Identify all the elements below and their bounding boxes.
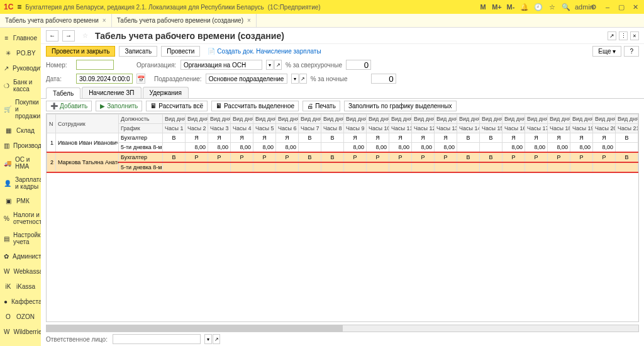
maximize-icon[interactable]: ▢ xyxy=(616,3,626,11)
col-day-type[interactable]: Вид дня 11 xyxy=(389,114,412,124)
col-day-type[interactable]: Вид дня 9 xyxy=(344,114,367,124)
sidebar-item[interactable]: ▤Настройки учета xyxy=(0,228,41,248)
col-hours[interactable]: Часы 8 xyxy=(321,124,344,133)
fill-by-schedule-button[interactable]: Заполнить по графику выделенных xyxy=(344,101,457,111)
dropdown-icon[interactable]: ▾ xyxy=(204,334,212,344)
responsible-select[interactable] xyxy=(113,334,201,344)
recalc-all-button[interactable]: 🖩 Рассчитать всё xyxy=(146,101,208,111)
sidebar-item[interactable]: ▦Склад xyxy=(0,123,41,138)
sidebar-item[interactable]: ≡Главное xyxy=(0,30,41,45)
col-day-type[interactable]: Вид дня 18 xyxy=(548,114,570,124)
col-hours[interactable]: Часы 10 xyxy=(367,124,389,133)
save-button[interactable]: Записать xyxy=(119,46,157,57)
table-row[interactable]: 1Иванов Иван ИвановичБухгалтерВЯЯЯЯЯВВЯЯ… xyxy=(47,133,638,143)
sidebar-item[interactable]: ●Каффеста xyxy=(0,294,41,309)
col-hours[interactable]: Часы 13 xyxy=(435,124,457,133)
sidebar-item[interactable]: ❍Банк и касса xyxy=(0,75,41,96)
col-hours[interactable]: Часы 3 xyxy=(208,124,231,133)
col-day-type[interactable]: Вид дня 13 xyxy=(435,114,457,124)
col-schedule[interactable]: График xyxy=(119,124,163,133)
timesheet-grid[interactable]: NСотрудникДолжностьВид дня 1Вид дня 2Вид… xyxy=(46,113,639,322)
close-panel-icon[interactable]: × xyxy=(630,31,639,40)
col-hours[interactable]: Часы 6 xyxy=(276,124,299,133)
col-day-type[interactable]: Вид дня 3 xyxy=(208,114,231,124)
sidebar-item[interactable]: 🛒Покупки и продажи xyxy=(0,96,41,123)
post-button[interactable]: Провести xyxy=(161,46,200,57)
col-day-type[interactable]: Вид дня 16 xyxy=(502,114,525,124)
col-hours[interactable]: Часы 1 xyxy=(163,124,186,133)
open-ref-icon[interactable]: ↗ xyxy=(299,74,307,84)
open-ref-icon[interactable]: ↗ xyxy=(213,334,220,344)
print-button[interactable]: 🖨 Печать xyxy=(303,101,340,111)
col-hours[interactable]: Часы 9 xyxy=(344,124,367,133)
night-input[interactable] xyxy=(371,74,396,84)
settings-icon[interactable]: ⚙ xyxy=(589,3,599,11)
sidebar-item[interactable]: 👤Зарплата и кадры xyxy=(0,173,41,193)
sidebar-item[interactable]: ✿Администрирование xyxy=(0,248,41,264)
col-day-type[interactable]: Вид дня 4 xyxy=(231,114,253,124)
horizontal-scrollbar[interactable] xyxy=(46,325,639,332)
minimize-icon[interactable]: – xyxy=(602,3,613,11)
calendar-icon[interactable]: 📅 xyxy=(136,74,145,84)
table-row[interactable]: 5-ти дневка 8-ми часо...8,008,008,008,00… xyxy=(47,143,638,153)
tab-close-icon[interactable]: × xyxy=(247,17,251,24)
memory-m-button[interactable]: M xyxy=(478,3,488,11)
org-select[interactable]: Организация на ОСН xyxy=(180,60,262,70)
col-hours[interactable]: Часы 20 xyxy=(593,124,616,133)
date-input[interactable] xyxy=(76,74,133,84)
post-and-close-button[interactable]: Провести и закрыть xyxy=(46,46,115,57)
sidebar-item[interactable]: WWildberries xyxy=(0,324,41,339)
col-hours[interactable]: Часы 21 xyxy=(616,124,638,133)
col-day-type[interactable]: Вид дня 20 xyxy=(593,114,616,124)
col-day-type[interactable]: Вид дня 7 xyxy=(299,114,321,124)
sidebar-item[interactable]: OOZON xyxy=(0,309,41,324)
favorite-icon[interactable]: ☆ xyxy=(79,30,91,42)
table-row[interactable]: 2Маркова Татьяна АнатольевнаБухгалтерВРР… xyxy=(47,152,638,162)
add-row-button[interactable]: ➕ Добавить xyxy=(46,101,92,111)
col-hours[interactable]: Часы 15 xyxy=(480,124,502,133)
more-button[interactable]: Еще ▾ xyxy=(592,46,621,57)
col-hours[interactable]: Часы 18 xyxy=(548,124,570,133)
col-hours[interactable]: Часы 16 xyxy=(502,124,525,133)
memory-mminus-button[interactable]: M- xyxy=(506,3,516,11)
tab-close-icon[interactable]: × xyxy=(103,17,106,24)
col-n[interactable]: N xyxy=(47,114,56,133)
col-day-type[interactable]: Вид дня 1 xyxy=(163,114,186,124)
sidebar-item[interactable]: ▣РМК xyxy=(0,193,41,208)
col-day-type[interactable]: Вид дня 2 xyxy=(186,114,208,124)
col-day-type[interactable]: Вид дня 8 xyxy=(321,114,344,124)
options-icon[interactable]: ⋮ xyxy=(619,31,628,40)
number-input[interactable] xyxy=(76,60,114,70)
open-ref-icon[interactable]: ↗ xyxy=(274,60,282,70)
sidebar-item[interactable]: %Налоги и отчетность xyxy=(0,208,41,228)
col-day-type[interactable]: Вид дня 10 xyxy=(367,114,389,124)
recalc-selected-button[interactable]: 🖩 Рассчитать выделенное xyxy=(211,101,299,111)
user-label[interactable]: admin xyxy=(575,3,585,11)
col-hours[interactable]: Часы 11 xyxy=(389,124,412,133)
col-hours[interactable]: Часы 7 xyxy=(299,124,321,133)
sidebar-item[interactable]: 🚚ОС и НМА xyxy=(0,153,41,173)
sidebar-item[interactable]: iKiKassa xyxy=(0,279,41,294)
table-row[interactable]: 5-ти дневка 8-ми часо... xyxy=(47,162,638,172)
nav-back-button[interactable]: ← xyxy=(46,30,58,42)
col-day-type[interactable]: Вид дня 19 xyxy=(570,114,593,124)
col-day-type[interactable]: Вид дня 15 xyxy=(480,114,502,124)
open-tab[interactable]: Табель учета рабочего времени (создание)… xyxy=(112,14,257,27)
dropdown-icon[interactable]: ▾ xyxy=(291,74,299,84)
col-day-type[interactable]: Вид дня 6 xyxy=(276,114,299,124)
help-button[interactable]: ? xyxy=(624,46,639,57)
sidebar-item[interactable]: WWebkassa xyxy=(0,264,41,279)
overtime-input[interactable] xyxy=(346,60,371,70)
open-window-icon[interactable]: ↗ xyxy=(608,31,616,40)
col-hours[interactable]: Часы 2 xyxy=(186,124,208,133)
star-icon[interactable]: ☆ xyxy=(547,3,557,11)
col-hours[interactable]: Часы 19 xyxy=(570,124,593,133)
col-hours[interactable]: Часы 17 xyxy=(525,124,548,133)
col-day-type[interactable]: Вид дня 12 xyxy=(412,114,435,124)
col-day-type[interactable]: Вид дня 17 xyxy=(525,114,548,124)
col-day-type[interactable]: Вид дня 14 xyxy=(457,114,480,124)
dropdown-icon[interactable]: ▾ xyxy=(266,60,274,70)
col-hours[interactable]: Часы 12 xyxy=(412,124,435,133)
history-icon[interactable]: 🕘 xyxy=(533,3,543,11)
tab-timesheet[interactable]: Табель xyxy=(46,87,80,99)
